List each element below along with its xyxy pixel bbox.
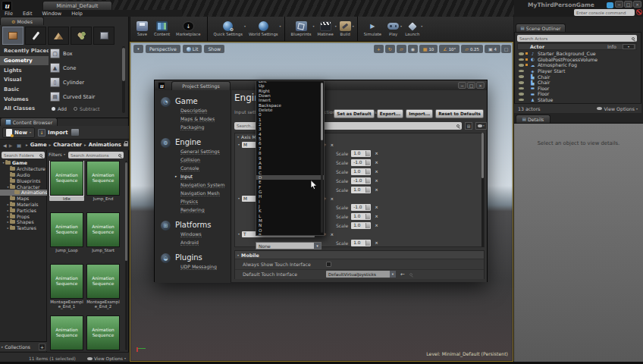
folder-row[interactable]: Architecture [0,166,47,172]
visibility-eye-icon[interactable] [519,64,524,67]
remove-binding-icon[interactable]: × [375,205,378,209]
asset-tile[interactable]: Animation Sequence MontageExample_End_2 [85,264,121,315]
actor-row[interactable]: ◈ Player Start [517,68,637,74]
toolbar-button[interactable]: Launch [402,17,422,41]
search-actors-input[interactable]: Search Actors [517,35,637,42]
dropdown-scrollbar-thumb[interactable] [321,83,323,140]
ps-scrollbar[interactable] [481,133,484,247]
scale-value-input[interactable]: 1.0 [351,150,371,157]
remove-binding-icon[interactable]: × [375,169,378,174]
ps-visibility-button[interactable]: ▾ [475,122,487,130]
menu-item[interactable]: Edit [23,11,33,17]
forward-icon[interactable]: ▶ [9,143,13,148]
show-button[interactable]: Show [204,45,224,53]
scale-value-input[interactable]: -1.0 [351,177,371,184]
modes-tab[interactable]: ⚙Modes [0,17,44,25]
folder-row[interactable]: ▸ Particles [0,207,47,213]
expand-arrow-icon[interactable]: ▾ [238,143,240,146]
cb-scrollbar[interactable] [125,161,127,350]
modes-category[interactable]: Recently Placed [0,46,49,56]
scale-value-input[interactable]: 1.0 [351,213,371,220]
window-control-button[interactable]: × [633,1,641,8]
add-radio-icon[interactable] [52,107,55,111]
scale-value-input[interactable]: 1.0 [351,168,371,175]
scale-value-input[interactable]: -1.0 [351,204,371,211]
modes-category[interactable]: All Classes [0,104,49,114]
paint-mode-tab[interactable] [25,27,46,45]
ps-action-button[interactable]: Import... [406,109,433,118]
remove-binding-icon[interactable]: × [375,187,378,192]
toolbar-button[interactable]: World Settings [246,17,281,41]
folder-row[interactable]: ▸ Shapes [0,219,47,225]
touch-interface-combo[interactable]: DefaultVirtualJoysticks [326,271,396,278]
ps-nav-link[interactable]: UDP Messaging [180,262,231,271]
lit-button[interactable]: Lit [183,45,202,53]
folder-row[interactable]: ▸ Materials [0,202,47,208]
expand-arrow-icon[interactable]: ▾ [238,232,240,236]
ps-nav-link[interactable]: Physics [180,197,231,206]
remove-binding-icon[interactable]: × [375,223,378,228]
ps-settings-filter-button[interactable]: ▤ [465,122,472,130]
landscape-mode-tab[interactable] [48,27,69,45]
placeable-item[interactable]: ▤ Curved Stair [50,89,120,104]
new-asset-button[interactable]: New ▾ [2,127,35,138]
content-browser-tab[interactable]: Content Browser [0,118,58,126]
ps-scrollbar-thumb[interactable] [481,133,484,178]
filters-button[interactable]: Filters ▾ [49,152,65,157]
folder-row[interactable]: Animations [0,190,47,196]
ps-nav-link[interactable]: Console [180,164,231,172]
visibility-eye-icon[interactable] [519,93,524,96]
path-tree-icon[interactable]: ▤ [17,143,21,148]
viewport-options-button[interactable]: ▾ [133,45,143,53]
import-button[interactable]: ↓ Import [38,127,68,138]
modes-category[interactable]: Visual [0,75,49,85]
actor-row[interactable]: ◐ GlobalPostProcessVolume [517,57,637,63]
asset-tile[interactable]: Animation Sequence Idle [49,161,85,212]
ps-nav-link[interactable]: Navigation Mesh [180,189,231,197]
dropdown-scrollbar[interactable] [321,83,323,233]
scale-value-input[interactable]: 1.0 [351,222,371,229]
outliner-options-button[interactable]: ▾ [623,44,635,49]
actor-column-header[interactable]: Actor [530,44,544,49]
ps-action-button[interactable]: Export... [377,109,404,118]
project-settings-tab[interactable]: Project Settings [171,81,231,90]
ps-nav-link[interactable]: Windows [180,230,231,238]
visibility-eye-icon[interactable] [519,70,524,73]
toolbar-button[interactable]: Build [337,17,354,41]
cb-scrollbar-thumb[interactable] [125,162,127,261]
window-control-button[interactable]: □ [467,82,475,89]
ps-action-button[interactable]: Set as Default [334,109,374,118]
level-tab[interactable]: Minimal_Default [42,1,112,10]
placeable-item[interactable]: ▢ Box [50,46,120,61]
window-control-button[interactable]: − [458,82,466,89]
folder-row[interactable]: ▸ Props [0,213,47,219]
asset-tile[interactable]: Animation Sequence [49,315,85,350]
always-show-touch-checkbox[interactable] [326,262,331,267]
back-icon[interactable]: ◀ [3,143,7,148]
placeable-item[interactable]: ▲ Cone [50,61,120,75]
toolbar-button[interactable]: Blueprints [284,17,315,41]
geometry-mode-tab[interactable] [93,27,114,45]
ps-action-button[interactable]: Reset to Defaults [435,109,484,118]
window-control-button[interactable]: × [476,82,485,89]
ps-nav-link[interactable]: Description [180,106,231,115]
visibility-eye-icon[interactable] [519,52,524,55]
actor-row[interactable]: ♪ Starter_Background_Cue [517,51,637,57]
ps-nav-link[interactable]: Input [180,172,231,180]
visibility-eye-icon[interactable] [519,58,524,61]
perspective-button[interactable]: Perspective [146,45,180,53]
outliner-view-options[interactable]: View Options ▾ [597,106,638,111]
reset-arrow-icon[interactable]: ← [400,271,405,278]
ps-nav-link[interactable]: Rendering [180,206,231,214]
asset-tile[interactable]: Animation Sequence [85,315,121,350]
toolbar-button[interactable]: Quick Settings [207,17,246,41]
subtract-radio-icon[interactable] [74,107,77,111]
rotation-snap-button[interactable]: ∠10° [439,45,460,53]
remove-mapping-icon[interactable]: × [331,232,334,237]
actor-row[interactable]: ▬ Floor [517,91,637,97]
visibility-eye-icon[interactable] [519,75,524,78]
details-tab[interactable]: ▤Details [516,115,550,123]
move-tool-button[interactable]: + [374,45,384,53]
camera-speed-button[interactable]: ▣4 [485,45,500,53]
actor-row[interactable]: ▙ Chair [517,80,637,86]
